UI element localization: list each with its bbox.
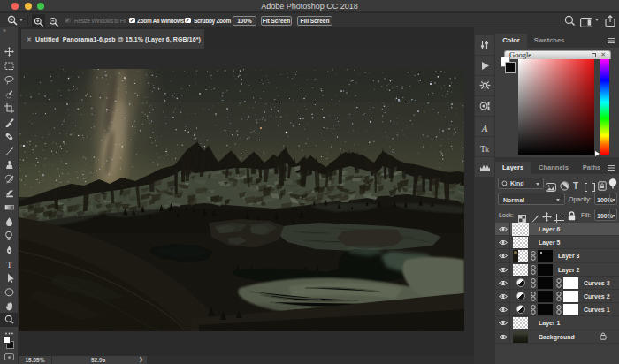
svg-text:T: T [6,259,12,269]
